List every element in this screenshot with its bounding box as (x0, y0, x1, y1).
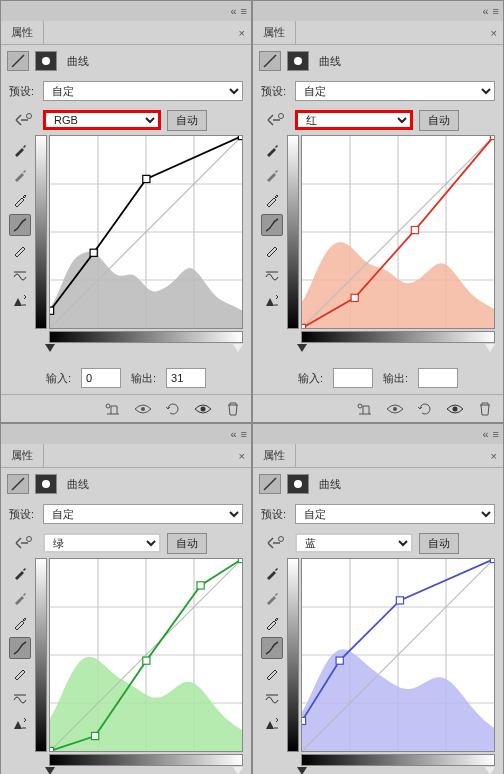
eyedropper-gray-icon[interactable] (9, 587, 31, 609)
white-point-slider[interactable] (233, 344, 243, 352)
trash-icon[interactable] (223, 400, 243, 418)
point-curve-icon[interactable] (9, 637, 31, 659)
pencil-icon[interactable] (9, 239, 31, 261)
smooth-icon[interactable] (9, 687, 31, 709)
smooth-icon[interactable] (261, 687, 283, 709)
close-icon[interactable]: × (485, 27, 503, 39)
auto-button[interactable]: 自动 (167, 110, 207, 131)
smooth-icon[interactable] (261, 264, 283, 286)
eyedropper-gray-icon[interactable] (261, 587, 283, 609)
curves-type-icon[interactable] (259, 474, 281, 494)
menu-icon[interactable]: ≡ (241, 428, 247, 440)
curves-graph[interactable] (49, 135, 243, 329)
point-curve-icon[interactable] (9, 214, 31, 236)
svg-point-30 (393, 407, 397, 411)
clip-to-layer-icon[interactable] (103, 400, 123, 418)
tab-properties[interactable]: 属性 (1, 21, 44, 44)
clip-to-layer-icon[interactable] (355, 400, 375, 418)
collapse-icon[interactable]: « (482, 428, 488, 440)
output-field[interactable] (166, 368, 206, 388)
curves-type-icon[interactable] (259, 51, 281, 71)
smooth-icon[interactable] (9, 264, 31, 286)
curves-graph[interactable] (301, 135, 495, 329)
output-field[interactable] (418, 368, 458, 388)
reset-icon[interactable] (415, 400, 435, 418)
eyedropper-gray-icon[interactable] (261, 164, 283, 186)
clip-icon[interactable] (261, 712, 283, 734)
point-curve-icon[interactable] (261, 637, 283, 659)
targeted-adjust-icon[interactable] (9, 532, 37, 554)
graph-area (35, 135, 243, 358)
collapse-icon[interactable]: « (230, 428, 236, 440)
close-icon[interactable]: × (485, 450, 503, 462)
pencil-icon[interactable] (261, 239, 283, 261)
menu-icon[interactable]: ≡ (241, 5, 247, 17)
menu-icon[interactable]: ≡ (493, 5, 499, 17)
clip-icon[interactable] (9, 712, 31, 734)
auto-button[interactable]: 自动 (419, 110, 459, 131)
channel-select[interactable]: RGB (43, 110, 161, 130)
tab-properties[interactable]: 属性 (253, 444, 296, 467)
tab-properties[interactable]: 属性 (1, 444, 44, 467)
close-icon[interactable]: × (233, 450, 251, 462)
black-point-slider[interactable] (45, 767, 55, 774)
tab-properties[interactable]: 属性 (253, 21, 296, 44)
visibility-icon[interactable] (193, 400, 213, 418)
collapse-icon[interactable]: « (482, 5, 488, 17)
mask-icon[interactable] (35, 51, 57, 71)
curves-graph[interactable] (49, 558, 243, 752)
targeted-adjust-icon[interactable] (261, 109, 289, 131)
targeted-adjust-icon[interactable] (261, 532, 289, 554)
eyedropper-white-icon[interactable] (9, 612, 31, 634)
black-point-slider[interactable] (45, 344, 55, 352)
slider-row[interactable] (287, 344, 495, 358)
preset-select[interactable]: 自定 (295, 504, 495, 524)
channel-select[interactable]: 蓝 (295, 533, 413, 553)
eyedropper-black-icon[interactable] (261, 139, 283, 161)
collapse-icon[interactable]: « (230, 5, 236, 17)
black-point-slider[interactable] (297, 767, 307, 774)
mask-icon[interactable] (287, 474, 309, 494)
point-curve-icon[interactable] (261, 214, 283, 236)
reset-icon[interactable] (163, 400, 183, 418)
preset-select[interactable]: 自定 (43, 504, 243, 524)
pencil-icon[interactable] (9, 662, 31, 684)
targeted-adjust-icon[interactable] (9, 109, 37, 131)
black-point-slider[interactable] (297, 344, 307, 352)
curves-graph[interactable] (301, 558, 495, 752)
mask-icon[interactable] (287, 51, 309, 71)
slider-row[interactable] (287, 767, 495, 774)
view-previous-icon[interactable] (385, 400, 405, 418)
white-point-slider[interactable] (485, 767, 495, 774)
eyedropper-gray-icon[interactable] (9, 164, 31, 186)
mask-icon[interactable] (35, 474, 57, 494)
clip-icon[interactable] (9, 289, 31, 311)
eyedropper-black-icon[interactable] (261, 562, 283, 584)
visibility-icon[interactable] (445, 400, 465, 418)
preset-select[interactable]: 自定 (295, 81, 495, 101)
channel-select[interactable]: 红 (295, 110, 413, 130)
eyedropper-white-icon[interactable] (261, 189, 283, 211)
white-point-slider[interactable] (233, 767, 243, 774)
pencil-icon[interactable] (261, 662, 283, 684)
trash-icon[interactable] (475, 400, 495, 418)
close-icon[interactable]: × (233, 27, 251, 39)
auto-button[interactable]: 自动 (167, 533, 207, 554)
curves-type-icon[interactable] (7, 51, 29, 71)
slider-row[interactable] (35, 344, 243, 358)
input-field[interactable] (81, 368, 121, 388)
input-field[interactable] (333, 368, 373, 388)
preset-select[interactable]: 自定 (43, 81, 243, 101)
curves-type-icon[interactable] (7, 474, 29, 494)
white-point-slider[interactable] (485, 344, 495, 352)
menu-icon[interactable]: ≡ (493, 428, 499, 440)
eyedropper-black-icon[interactable] (9, 562, 31, 584)
slider-row[interactable] (35, 767, 243, 774)
view-previous-icon[interactable] (133, 400, 153, 418)
eyedropper-white-icon[interactable] (261, 612, 283, 634)
eyedropper-white-icon[interactable] (9, 189, 31, 211)
channel-select[interactable]: 绿 (43, 533, 161, 553)
auto-button[interactable]: 自动 (419, 533, 459, 554)
clip-icon[interactable] (261, 289, 283, 311)
eyedropper-black-icon[interactable] (9, 139, 31, 161)
